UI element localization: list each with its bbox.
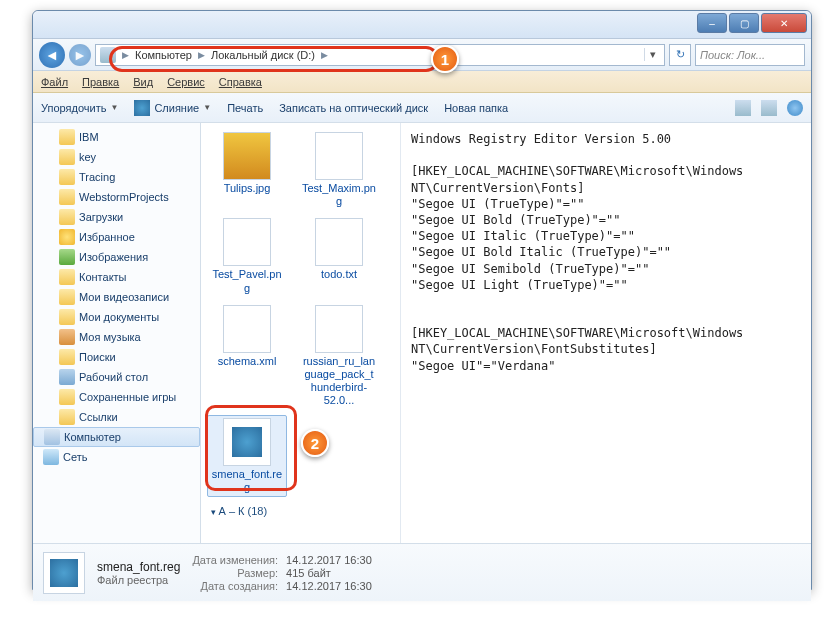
folder-icon <box>59 149 75 165</box>
tree-computer[interactable]: Компьютер <box>33 427 200 447</box>
section-header[interactable]: А – К (18) <box>207 501 394 517</box>
navigation-tree[interactable]: IBMkeyTracingWebstormProjectsЗагрузкиИзб… <box>33 123 201 543</box>
tree-item[interactable]: Поиски <box>33 347 200 367</box>
address-dropdown[interactable]: ▾ <box>644 48 660 61</box>
menu-edit[interactable]: Правка <box>82 76 119 88</box>
preview-pane-icon[interactable] <box>761 100 777 116</box>
tree-item-label: Загрузки <box>79 211 123 223</box>
tree-item[interactable]: IBM <box>33 127 200 147</box>
tree-item-label: Сеть <box>63 451 87 463</box>
help-icon[interactable] <box>787 100 803 116</box>
maximize-button[interactable]: ▢ <box>729 13 759 33</box>
burn-button[interactable]: Записать на оптический диск <box>279 102 428 114</box>
chevron-right-icon[interactable]: ▶ <box>120 50 131 60</box>
tree-item-label: Поиски <box>79 351 116 363</box>
menu-file[interactable]: Файл <box>41 76 68 88</box>
search-placeholder: Поиск: Лок... <box>700 49 765 61</box>
file-type-large-icon <box>43 552 85 594</box>
tree-item[interactable]: Изображения <box>33 247 200 267</box>
new-folder-button[interactable]: Новая папка <box>444 102 508 114</box>
tree-item[interactable]: Моя музыка <box>33 327 200 347</box>
tree-item-label: Рабочий стол <box>79 371 148 383</box>
file-name-label: smena_font.reg <box>210 468 284 494</box>
folder-icon <box>59 409 75 425</box>
menu-service[interactable]: Сервис <box>167 76 205 88</box>
refresh-button[interactable]: ↻ <box>669 44 691 66</box>
forward-button[interactable]: ► <box>69 44 91 66</box>
details-size-value: 415 байт <box>286 567 372 579</box>
file-thumb-icon <box>315 218 363 266</box>
menu-view[interactable]: Вид <box>133 76 153 88</box>
back-button[interactable]: ◄ <box>39 42 65 68</box>
file-item[interactable]: smena_font.reg <box>207 415 287 497</box>
tree-item-label: key <box>79 151 96 163</box>
tree-item[interactable]: Мои видеозаписи <box>33 287 200 307</box>
file-item[interactable]: russian_ru_language_pack_thunderbird-52.… <box>299 302 379 411</box>
tree-item-label: IBM <box>79 131 99 143</box>
folder-icon <box>59 249 75 265</box>
file-item[interactable]: Test_Pavel.png <box>207 215 287 297</box>
tree-item[interactable]: Tracing <box>33 167 200 187</box>
toolbar: Упорядочить▼ Слияние▼ Печать Записать на… <box>33 93 811 123</box>
tree-item-label: Мои видеозаписи <box>79 291 169 303</box>
close-button[interactable]: ✕ <box>761 13 807 33</box>
tree-item[interactable]: WebstormProjects <box>33 187 200 207</box>
tree-item[interactable]: Сохраненные игры <box>33 387 200 407</box>
minimize-button[interactable]: – <box>697 13 727 33</box>
tree-item[interactable]: Избранное <box>33 227 200 247</box>
search-input[interactable]: Поиск: Лок... <box>695 44 805 66</box>
menu-help[interactable]: Справка <box>219 76 262 88</box>
merge-button[interactable]: Слияние▼ <box>134 100 211 116</box>
titlebar[interactable]: – ▢ ✕ <box>33 11 811 39</box>
file-item[interactable]: Test_Maxim.png <box>299 129 379 211</box>
folder-icon <box>59 229 75 245</box>
tree-item[interactable]: Ссылки <box>33 407 200 427</box>
folder-icon <box>59 209 75 225</box>
chevron-right-icon[interactable]: ▶ <box>196 50 207 60</box>
breadcrumb-computer[interactable]: Компьютер <box>135 49 192 61</box>
preview-pane: Windows Registry Editor Version 5.00 [HK… <box>401 123 811 543</box>
tree-item-label: Ссылки <box>79 411 118 423</box>
folder-icon <box>59 369 75 385</box>
details-modified-label: Дата изменения: <box>192 554 278 566</box>
file-item[interactable]: schema.xml <box>207 302 287 411</box>
tree-item[interactable]: Контакты <box>33 267 200 287</box>
details-filetype: Файл реестра <box>97 574 180 586</box>
tree-item[interactable]: Рабочий стол <box>33 367 200 387</box>
breadcrumb-drive[interactable]: Локальный диск (D:) <box>211 49 315 61</box>
file-thumb-icon <box>315 305 363 353</box>
folder-icon <box>59 189 75 205</box>
merge-icon <box>134 100 150 116</box>
computer-icon <box>44 429 60 445</box>
tree-item[interactable]: key <box>33 147 200 167</box>
file-name-label: schema.xml <box>218 355 277 368</box>
tree-item-label: Компьютер <box>64 431 121 443</box>
menu-bar: Файл Правка Вид Сервис Справка <box>33 71 811 93</box>
folder-icon <box>59 349 75 365</box>
files-grid[interactable]: Tulips.jpgTest_Maxim.pngTest_Pavel.pngto… <box>201 123 401 543</box>
explorer-window: – ▢ ✕ ◄ ► ▶ Компьютер ▶ Локальный диск (… <box>32 10 812 590</box>
file-item[interactable]: Tulips.jpg <box>207 129 287 211</box>
chevron-right-icon[interactable]: ▶ <box>319 50 330 60</box>
tree-item[interactable]: Загрузки <box>33 207 200 227</box>
organize-button[interactable]: Упорядочить▼ <box>41 102 118 114</box>
tree-network[interactable]: Сеть <box>33 447 200 467</box>
file-name-label: Test_Maxim.png <box>302 182 376 208</box>
tree-item-label: Изображения <box>79 251 148 263</box>
print-button[interactable]: Печать <box>227 102 263 114</box>
folder-icon <box>59 129 75 145</box>
address-bar[interactable]: ▶ Компьютер ▶ Локальный диск (D:) ▶ ▾ <box>95 44 665 66</box>
details-created-value: 14.12.2017 16:30 <box>286 580 372 592</box>
tree-item-label: Контакты <box>79 271 127 283</box>
file-thumb-icon <box>223 418 271 466</box>
view-options-icon[interactable] <box>735 100 751 116</box>
tree-item-label: Сохраненные игры <box>79 391 176 403</box>
file-name-label: Tulips.jpg <box>224 182 271 195</box>
tree-item[interactable]: Мои документы <box>33 307 200 327</box>
file-name-label: todo.txt <box>321 268 357 281</box>
navigation-bar: ◄ ► ▶ Компьютер ▶ Локальный диск (D:) ▶ … <box>33 39 811 71</box>
folder-icon <box>59 309 75 325</box>
file-item[interactable]: todo.txt <box>299 215 379 297</box>
annotation-callout-1: 1 <box>431 45 459 73</box>
tree-item-label: Tracing <box>79 171 115 183</box>
